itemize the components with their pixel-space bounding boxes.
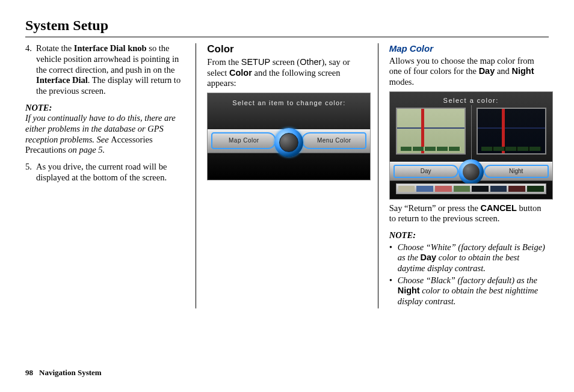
interface-dial-term: Interface Dial (36, 75, 88, 85)
color-swatch-row (396, 183, 546, 194)
color-heading: Color (207, 43, 366, 56)
day-swatch-1[interactable] (398, 186, 415, 192)
map-color-heading: Map Color (389, 43, 549, 54)
ret-a: Say “Return” or press the (389, 203, 481, 213)
column-separator-1 (196, 43, 196, 308)
other-term: Other (300, 57, 321, 67)
day-term: Day (479, 66, 495, 76)
map-color-screen: Select a color: Day Night (389, 91, 553, 200)
title-rule (25, 37, 549, 37)
color-intro: From the SETUP screen (Other), say or se… (207, 57, 366, 89)
footer-section: Navigation System (39, 368, 102, 377)
note-heading-2: NOTE: (389, 230, 549, 241)
page-footer: 98Navigation System (25, 368, 102, 378)
column-3: Map Color Allows you to choose the map c… (389, 43, 549, 308)
page-number: 98 (25, 368, 33, 377)
c3c: and (495, 66, 511, 76)
map-color-intro: Allows you to choose the map color from … (389, 56, 549, 88)
step5-text: As you drive, the current road will be d… (36, 162, 185, 183)
note-body: If you continually have to do this, ther… (25, 113, 185, 156)
column-2: Color From the SETUP screen (Other), say… (207, 43, 366, 308)
note-heading: NOTE: (25, 103, 185, 114)
step-4: 4. Rotate the Interface Dial knob so the… (25, 43, 185, 96)
column-1: 4. Rotate the Interface Dial knob so the… (25, 43, 185, 308)
interface-dial-2[interactable] (458, 159, 484, 185)
b2-night: Night (398, 286, 420, 295)
c2c: screen ( (270, 57, 300, 67)
day-button[interactable]: Day (393, 165, 458, 178)
note-c: on page 5. (66, 145, 105, 155)
note-bullet-1: Choose “White” (factory default is Beige… (389, 242, 549, 274)
step5-number: 5. (25, 162, 36, 183)
columns: 4. Rotate the Interface Dial knob so the… (25, 43, 549, 308)
map-color-screen-header: Select a color: (390, 92, 552, 105)
day-map-preview (396, 108, 466, 155)
night-swatch-1[interactable] (472, 186, 489, 192)
day-swatch-3[interactable] (435, 186, 452, 192)
night-swatch-4[interactable] (527, 186, 544, 192)
page-title: System Setup (25, 17, 549, 34)
column-separator-2 (378, 43, 378, 308)
night-map-preview (477, 108, 546, 155)
return-instruction: Say “Return” or press the CANCEL button … (389, 203, 549, 224)
color-term: Color (229, 68, 252, 78)
menu-color-button[interactable]: Menu Color (301, 132, 366, 149)
map-color-divider (471, 105, 472, 163)
c2a: From the (207, 57, 241, 67)
step4-text-a: Rotate the (36, 43, 74, 53)
interface-dial-knob-term: Interface Dial knob (74, 43, 147, 53)
note-bullet-2: Choose “Black” (factory default) as the … (389, 275, 549, 307)
night-button[interactable]: Night (484, 165, 549, 178)
day-swatch-4[interactable] (454, 186, 471, 192)
c3e: modes. (389, 77, 414, 87)
step-5: 5. As you drive, the current road will b… (25, 162, 185, 183)
color-screen: Select an item to change color: Map Colo… (207, 93, 371, 180)
cancel-term: CANCEL (480, 203, 516, 213)
map-color-button[interactable]: Map Color (211, 132, 276, 149)
setup-term: SETUP (241, 57, 270, 67)
night-swatch-2[interactable] (490, 186, 507, 192)
day-swatch-2[interactable] (416, 186, 433, 192)
color-screen-header: Select an item to change color: (208, 93, 370, 107)
step4-number: 4. (25, 43, 36, 96)
night-term: Night (511, 66, 534, 76)
note-a: If you continually have to do this, ther… (25, 113, 176, 144)
night-swatch-3[interactable] (508, 186, 525, 192)
interface-dial[interactable] (274, 128, 303, 157)
b2a: Choose “Black” (factory default) as the (398, 275, 537, 285)
b1-day: Day (421, 253, 437, 262)
